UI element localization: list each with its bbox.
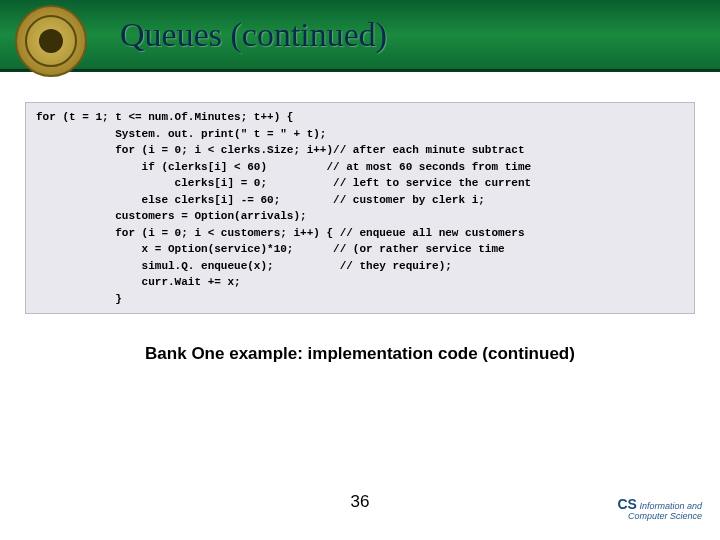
page-number: 36 bbox=[351, 492, 370, 512]
code-line: else clerks[i] -= 60; // customer by cle… bbox=[36, 192, 684, 209]
cs-badge: CS bbox=[617, 496, 636, 512]
code-line: for (i = 0; i < clerks.Size; i++)// afte… bbox=[36, 142, 684, 159]
code-line: x = Option(service)*10; // (or rather se… bbox=[36, 241, 684, 258]
slide-title: Queues (continued) bbox=[120, 16, 387, 54]
code-block: for (t = 1; t <= num.Of.Minutes; t++) { … bbox=[25, 102, 695, 314]
code-line: } bbox=[36, 291, 684, 308]
department-logo: CS Information and Computer Science bbox=[617, 497, 702, 522]
university-logo bbox=[15, 5, 87, 77]
code-line: clerks[i] = 0; // left to service the cu… bbox=[36, 175, 684, 192]
code-line: curr.Wait += x; bbox=[36, 274, 684, 291]
code-line: if (clerks[i] < 60) // at most 60 second… bbox=[36, 159, 684, 176]
footer-line2: Computer Science bbox=[628, 511, 702, 521]
slide-caption: Bank One example: implementation code (c… bbox=[0, 344, 720, 364]
code-line: customers = Option(arrivals); bbox=[36, 208, 684, 225]
footer-line1: Information and bbox=[639, 501, 702, 511]
code-line: for (t = 1; t <= num.Of.Minutes; t++) { bbox=[36, 109, 684, 126]
code-line: simul.Q. enqueue(x); // they require); bbox=[36, 258, 684, 275]
code-line: for (i = 0; i < customers; i++) { // enq… bbox=[36, 225, 684, 242]
slide-header: Queues (continued) bbox=[0, 0, 720, 72]
code-line: System. out. print(" t = " + t); bbox=[36, 126, 684, 143]
